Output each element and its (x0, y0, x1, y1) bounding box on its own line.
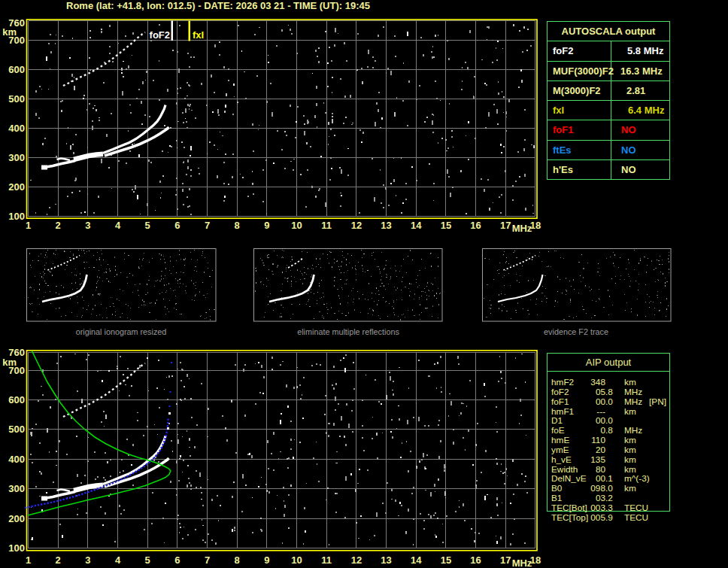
svg-text:500: 500 (8, 424, 25, 435)
svg-text:200: 200 (8, 181, 25, 193)
svg-text:fxI: fxI (193, 29, 204, 41)
svg-text:4: 4 (115, 554, 121, 566)
svg-text:1: 1 (26, 554, 31, 566)
svg-text:MHz: MHz (512, 223, 532, 234)
svg-text:15: 15 (441, 220, 451, 231)
svg-text:10: 10 (291, 554, 302, 566)
svg-text:16: 16 (470, 554, 481, 566)
svg-text:10: 10 (291, 220, 302, 231)
svg-text:7: 7 (205, 554, 210, 566)
svg-text:700: 700 (8, 365, 25, 376)
svg-text:8: 8 (235, 220, 240, 231)
svg-text:400: 400 (8, 454, 25, 465)
svg-text:9: 9 (264, 554, 269, 566)
svg-text:17: 17 (500, 554, 511, 566)
svg-text:2: 2 (56, 220, 61, 231)
svg-text:14: 14 (411, 554, 422, 566)
svg-text:6: 6 (174, 554, 180, 566)
svg-text:7: 7 (205, 220, 210, 231)
svg-text:1: 1 (26, 220, 31, 231)
svg-text:11: 11 (321, 554, 332, 566)
svg-text:600: 600 (8, 394, 25, 405)
svg-text:3: 3 (85, 220, 90, 231)
svg-text:2: 2 (56, 554, 61, 566)
svg-text:8: 8 (235, 554, 240, 566)
svg-text:13: 13 (381, 220, 391, 231)
svg-text:300: 300 (8, 483, 25, 494)
svg-text:100: 100 (8, 211, 25, 222)
svg-text:600: 600 (8, 64, 25, 75)
svg-text:200: 200 (8, 513, 25, 524)
svg-text:6: 6 (174, 220, 180, 231)
svg-text:foF2: foF2 (150, 29, 170, 41)
svg-text:700: 700 (8, 35, 25, 46)
svg-text:12: 12 (351, 554, 362, 566)
svg-text:11: 11 (321, 220, 332, 231)
svg-text:5: 5 (145, 554, 150, 566)
svg-text:13: 13 (381, 554, 391, 566)
svg-text:100: 100 (8, 542, 25, 554)
svg-text:3: 3 (85, 554, 90, 566)
svg-text:16: 16 (470, 220, 481, 231)
svg-text:14: 14 (411, 220, 422, 231)
svg-text:17: 17 (500, 220, 511, 231)
svg-text:9: 9 (264, 220, 269, 231)
svg-text:12: 12 (351, 220, 362, 231)
svg-text:500: 500 (8, 93, 25, 105)
svg-text:5: 5 (145, 220, 150, 231)
svg-text:400: 400 (8, 123, 25, 134)
svg-text:300: 300 (8, 152, 25, 163)
svg-text:4: 4 (115, 220, 121, 231)
svg-text:15: 15 (441, 554, 451, 566)
svg-text:MHz: MHz (512, 557, 532, 568)
